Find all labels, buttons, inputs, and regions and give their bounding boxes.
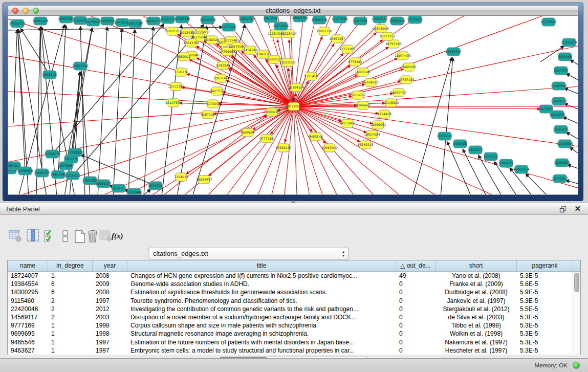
table-row[interactable]: 1872400712008Changes of HCN gene express…: [8, 272, 580, 280]
select-all-icon[interactable]: [43, 229, 56, 245]
graph-node[interactable]: 19384554: [288, 83, 304, 92]
graph-node[interactable]: 19055724: [9, 19, 26, 28]
table-row[interactable]: 977716911998Corpus callosum shape and si…: [8, 321, 580, 330]
table-row[interactable]: 946362711997Embryonic stem cells: a mode…: [8, 346, 580, 355]
graph-node[interactable]: 8427552: [210, 87, 224, 95]
graph-node[interactable]: 8186328: [205, 36, 219, 44]
graph-node[interactable]: 13325404: [280, 30, 297, 38]
graph-node[interactable]: 10463340: [321, 144, 338, 152]
graph-node[interactable]: 16361447: [329, 35, 345, 43]
graph-node[interactable]: 10974493: [395, 52, 411, 60]
graph-node[interactable]: 19965718: [292, 16, 308, 22]
column-header-short[interactable]: short: [435, 260, 517, 271]
graph-node[interactable]: 16958107: [95, 180, 112, 188]
graph-node[interactable]: 18164610: [362, 78, 379, 86]
graph-node[interactable]: 18107554: [165, 99, 182, 107]
graph-node[interactable]: 11451942: [50, 170, 67, 179]
graph-node[interactable]: 15693251: [553, 125, 569, 134]
graph-node[interactable]: 7485083: [402, 63, 416, 71]
graph-node[interactable]: 18957584: [364, 130, 380, 139]
float-window-icon[interactable]: [559, 206, 567, 213]
graph-node[interactable]: 8775441: [348, 58, 362, 66]
graph-node[interactable]: 2803144: [213, 74, 228, 82]
graph-node[interactable]: 15751074: [561, 38, 577, 47]
column-header-title[interactable]: title: [127, 260, 396, 271]
graph-node[interactable]: 15724351: [407, 16, 423, 24]
table-row[interactable]: 969969511998Structural magnetic resonanc…: [8, 330, 580, 338]
graph-node[interactable]: 12217057: [379, 32, 396, 40]
graph-node[interactable]: 18757105: [398, 76, 415, 84]
graph-node[interactable]: 12940218: [311, 16, 328, 24]
graph-node[interactable]: 10630333: [554, 159, 570, 167]
graph-node[interactable]: 9161385: [453, 140, 467, 148]
table-row[interactable]: 2242004622012Investigating the contribut…: [8, 305, 580, 313]
graph-node[interactable]: 16057197: [127, 19, 143, 28]
graph-node[interactable]: 16782753: [111, 184, 127, 192]
table-row[interactable]: 911546021997Tourette syndrome. Phenomeno…: [8, 297, 580, 305]
table-row[interactable]: 1830029562008Estimation of significance …: [8, 288, 580, 296]
graph-node[interactable]: 20691406: [32, 17, 49, 25]
graph-node[interactable]: 7357224: [222, 23, 236, 31]
graph-node[interactable]: 10725336: [174, 16, 190, 23]
graph-node[interactable]: 13216202: [350, 91, 366, 99]
table-row[interactable]: 1456911722003Disruption of a novel membe…: [8, 313, 580, 321]
graph-node[interactable]: 6466160: [100, 17, 115, 25]
graph-node[interactable]: 8454743: [243, 46, 257, 54]
graph-node[interactable]: 18220335: [279, 58, 296, 67]
graph-node[interactable]: 19218986: [273, 22, 289, 30]
new-table-icon[interactable]: [74, 229, 86, 245]
graph-node[interactable]: 8813054: [264, 16, 278, 23]
graph-node[interactable]: 16033809: [200, 16, 216, 24]
graph-node[interactable]: 12505185: [64, 171, 81, 180]
graph-node[interactable]: 9889012: [177, 53, 191, 61]
table-vertical-scrollbar[interactable]: [573, 272, 580, 354]
graph-node[interactable]: 6791930: [438, 132, 452, 140]
close-icon[interactable]: ✕: [574, 204, 581, 213]
scrollbar-thumb[interactable]: [574, 273, 579, 292]
graph-node[interactable]: 14153465: [339, 119, 356, 127]
table-settings-icon[interactable]: [9, 229, 22, 245]
column-header-pagerank[interactable]: pagerank: [517, 260, 573, 271]
destroy-table-icon[interactable]: [99, 229, 113, 245]
graph-node[interactable]: 19797493: [385, 40, 402, 48]
graph-node[interactable]: 8860123: [165, 27, 180, 35]
graph-node[interactable]: 16876146: [355, 68, 371, 76]
graph-node[interactable]: 11548908: [373, 25, 389, 33]
graph-node[interactable]: 12444158: [551, 97, 567, 105]
graph-node[interactable]: 10853287: [58, 16, 74, 23]
column-header-in_degree[interactable]: in_degree: [48, 260, 93, 271]
graph-node[interactable]: 12093832: [551, 82, 567, 90]
graph-node[interactable]: 12156859: [17, 167, 33, 175]
graph-node[interactable]: 21079196: [332, 16, 348, 23]
graph-node[interactable]: 9245023: [499, 159, 513, 167]
graph-node[interactable]: 9777169: [259, 135, 274, 143]
graph-node[interactable]: 16822554: [238, 16, 255, 23]
graph-node[interactable]: 9346702: [148, 182, 163, 190]
graph-node[interactable]: 11007542: [372, 16, 388, 23]
graph-node[interactable]: 9607726: [353, 17, 367, 25]
delete-rows-icon[interactable]: [86, 229, 99, 245]
graph-node[interactable]: 17771805: [339, 45, 356, 53]
graph-node[interactable]: 19861192: [316, 27, 333, 35]
graph-node[interactable]: 9699695: [241, 128, 255, 137]
graph-node[interactable]: 9465546: [309, 133, 323, 141]
graph-node[interactable]: 10465554: [513, 165, 530, 173]
graph-node[interactable]: 16047427: [390, 89, 407, 97]
graph-node[interactable]: 12213383: [168, 82, 184, 91]
graph-node[interactable]: 9154469: [377, 110, 391, 118]
column-header-out_degree[interactable]: △ out_de...: [396, 260, 435, 271]
table-row[interactable]: 1938455462009Genome-wide association stu…: [8, 280, 580, 288]
graph-node[interactable]: 9227343: [554, 67, 568, 75]
graph-node[interactable]: 15276021: [85, 18, 101, 26]
graph-node[interactable]: 18549243: [357, 141, 374, 149]
network-canvas[interactable]: 1872400788601238912955222260581827504816…: [8, 16, 578, 195]
graph-node[interactable]: 9267130: [201, 111, 215, 119]
graph-node[interactable]: 12116620: [383, 99, 399, 107]
table-row[interactable]: 946554611997Estimation of the future num…: [8, 338, 580, 346]
graph-node[interactable]: 10996951: [370, 121, 386, 129]
graph-node[interactable]: 9145273: [468, 146, 483, 154]
graph-node[interactable]: 11279811: [540, 18, 557, 26]
graph-node[interactable]: 16771617: [552, 174, 568, 183]
graph-node[interactable]: 16210643: [549, 111, 565, 119]
network-window-titlebar[interactable]: citations_edges.txt: [8, 5, 578, 16]
